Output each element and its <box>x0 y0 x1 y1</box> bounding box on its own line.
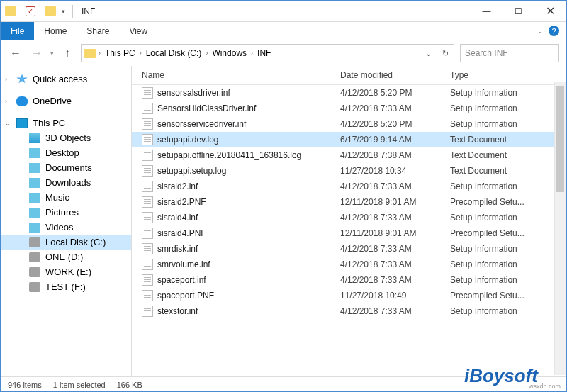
breadcrumb-item[interactable]: INF <box>254 48 274 58</box>
drive-icon <box>29 252 40 262</box>
sidebar-label: 3D Objects <box>45 133 91 143</box>
tab-share[interactable]: Share <box>77 22 119 40</box>
file-row[interactable]: SensorsHidClassDriver.inf4/12/2018 7:33 … <box>132 101 566 116</box>
file-date: 4/12/2018 7:33 AM <box>340 306 450 316</box>
sidebar-label: Pictures <box>45 207 79 218</box>
file-type: Text Document <box>450 166 566 176</box>
breadcrumb-item[interactable]: This PC <box>102 48 138 58</box>
status-item-count: 946 items <box>8 381 42 389</box>
file-name: smrvolume.inf <box>157 259 210 269</box>
file-icon <box>142 181 153 192</box>
cloud-icon <box>16 96 28 106</box>
separator <box>72 5 73 18</box>
search-input[interactable]: Search INF <box>460 44 559 62</box>
column-type[interactable]: Type <box>450 70 566 80</box>
sidebar-item-quick-access[interactable]: ›Quick access <box>1 72 131 86</box>
sidebar-item-one-d[interactable]: ONE (D:) <box>1 250 131 264</box>
file-row[interactable]: setupapi.offline.20180411_163816.log4/12… <box>132 147 566 163</box>
chevron-right-icon[interactable]: › <box>251 50 253 57</box>
sidebar-item-documents[interactable]: Documents <box>1 160 131 175</box>
file-type: Setup Information <box>450 275 566 285</box>
star-icon <box>16 74 28 84</box>
history-dropdown-icon[interactable]: ▾ <box>50 50 54 57</box>
file-row[interactable]: sisraid2.PNF12/11/2018 9:01 AMPrecompile… <box>132 194 566 210</box>
file-date: 4/12/2018 7:33 AM <box>340 103 450 113</box>
minimize-button[interactable]: — <box>471 1 503 22</box>
refresh-icon[interactable]: ↻ <box>437 49 454 58</box>
status-size: 166 KB <box>117 381 142 389</box>
file-date: 4/12/2018 7:33 AM <box>340 275 450 285</box>
sidebar-item-downloads[interactable]: Downloads <box>1 175 131 190</box>
sidebar-item-work-e[interactable]: WORK (E:) <box>1 264 131 279</box>
sidebar-item-videos[interactable]: Videos <box>1 220 131 235</box>
sidebar-label: This PC <box>33 118 65 128</box>
folder-icon[interactable] <box>45 6 56 16</box>
file-icon <box>142 103 153 114</box>
properties-icon[interactable]: ✓ <box>26 6 35 16</box>
file-row[interactable]: smrvolume.inf4/12/2018 7:33 AMSetup Info… <box>132 257 566 272</box>
address-dropdown-icon[interactable]: ⌄ <box>420 49 437 58</box>
qat-dropdown-icon[interactable]: ▾ <box>59 8 68 15</box>
forward-button[interactable]: → <box>29 47 45 60</box>
file-row[interactable]: sensorsservicedriver.inf4/12/2018 5:20 P… <box>132 116 566 132</box>
tab-file[interactable]: File <box>1 22 34 40</box>
file-row[interactable]: setupapi.dev.log6/17/2019 9:14 AMText Do… <box>132 132 566 147</box>
sidebar-item-onedrive[interactable]: ›OneDrive <box>1 94 131 108</box>
file-row[interactable]: sensorsalsdriver.inf4/12/2018 5:20 PMSet… <box>132 85 566 101</box>
address-bar[interactable]: › This PC › Local Disk (C:) › Windows › … <box>81 44 454 62</box>
file-row[interactable]: sisraid4.inf4/12/2018 7:33 AMSetup Infor… <box>132 210 566 225</box>
navigation-pane: ›Quick access ›OneDrive ⌄This PC 3D Obje… <box>1 66 132 376</box>
window-title: INF <box>74 6 95 16</box>
3d-icon <box>29 133 40 143</box>
file-date: 12/11/2018 9:01 AM <box>340 197 450 207</box>
file-row[interactable]: setupapi.setup.log11/27/2018 10:34Text D… <box>132 163 566 179</box>
file-icon <box>142 118 153 130</box>
file-icon <box>142 165 153 177</box>
breadcrumb-item[interactable]: Windows <box>209 48 249 58</box>
ribbon-expand-icon[interactable]: ⌄ <box>537 27 543 35</box>
file-icon <box>142 306 153 317</box>
chevron-right-icon[interactable]: › <box>99 50 101 57</box>
column-date[interactable]: Date modified <box>340 70 450 80</box>
content-area: ›Quick access ›OneDrive ⌄This PC 3D Obje… <box>1 66 566 376</box>
separator <box>40 5 40 18</box>
drive-icon <box>29 237 40 247</box>
sidebar-item-desktop[interactable]: Desktop <box>1 145 131 160</box>
file-row[interactable]: sisraid2.inf4/12/2018 7:33 AMSetup Infor… <box>132 179 566 194</box>
sidebar-item-3d-objects[interactable]: 3D Objects <box>1 130 131 145</box>
up-button[interactable]: ↑ <box>60 47 75 60</box>
sidebar-item-music[interactable]: Music <box>1 190 131 205</box>
vertical-scrollbar[interactable] <box>554 82 566 375</box>
file-date: 4/12/2018 7:33 AM <box>340 244 450 254</box>
file-row[interactable]: spaceport.inf4/12/2018 7:33 AMSetup Info… <box>132 272 566 288</box>
column-name[interactable]: Name <box>142 70 340 80</box>
file-name: spaceport.PNF <box>157 291 214 301</box>
sidebar-label: Videos <box>45 222 74 233</box>
sidebar-label: ONE (D:) <box>45 252 83 262</box>
tab-home[interactable]: Home <box>34 22 77 40</box>
tab-view[interactable]: View <box>119 22 157 40</box>
videos-icon <box>29 223 40 233</box>
maximize-button[interactable]: ☐ <box>503 1 534 22</box>
scrollbar-thumb[interactable] <box>556 86 564 192</box>
chevron-right-icon[interactable]: › <box>206 50 208 57</box>
sidebar-item-pictures[interactable]: Pictures <box>1 205 131 220</box>
sidebar-item-local-disk-c[interactable]: Local Disk (C:) <box>1 235 131 250</box>
file-icon <box>142 259 153 270</box>
sidebar-item-this-pc[interactable]: ⌄This PC <box>1 116 131 130</box>
file-icon <box>142 243 153 254</box>
file-list-pane: Name Date modified Type sensorsalsdriver… <box>132 66 566 376</box>
back-button[interactable]: ← <box>8 47 23 60</box>
file-row[interactable]: sisraid4.PNF12/11/2018 9:01 AMPrecompile… <box>132 225 566 241</box>
sidebar-item-test-f[interactable]: TEST (F:) <box>1 279 131 294</box>
file-row[interactable]: smrdisk.inf4/12/2018 7:33 AMSetup Inform… <box>132 241 566 257</box>
file-type: Text Document <box>450 150 566 160</box>
help-icon[interactable]: ? <box>549 26 559 36</box>
breadcrumb-item[interactable]: Local Disk (C:) <box>143 48 205 58</box>
close-button[interactable]: ✕ <box>534 1 566 22</box>
chevron-right-icon[interactable]: › <box>140 50 142 57</box>
file-row[interactable]: stexstor.inf4/12/2018 7:33 AMSetup Infor… <box>132 303 566 319</box>
file-row[interactable]: spaceport.PNF11/27/2018 10:49Precompiled… <box>132 288 566 303</box>
file-icon <box>142 150 153 161</box>
file-type: Setup Information <box>450 88 566 98</box>
